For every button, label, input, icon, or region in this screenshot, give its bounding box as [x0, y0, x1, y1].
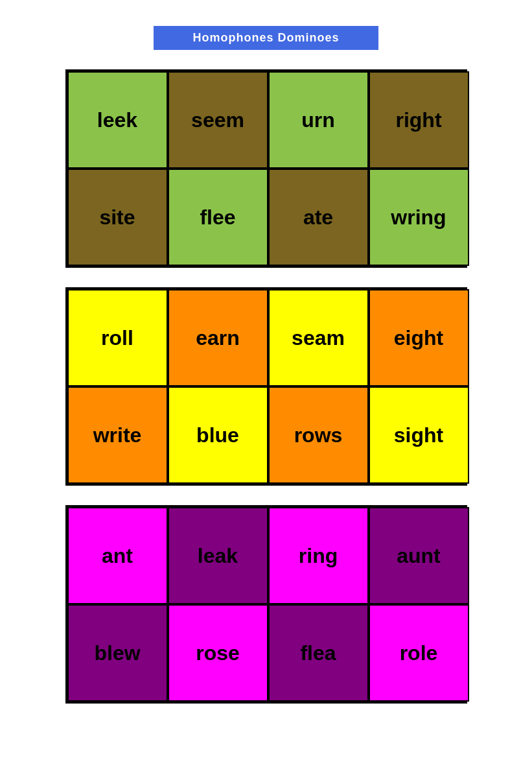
card-1: leek seem urn right site flee ate wring — [65, 69, 467, 268]
cell-3-5: blew — [67, 604, 168, 702]
cell-3-6: rose — [168, 604, 268, 702]
card-3: ant leak ring aunt blew rose flea role — [65, 505, 467, 704]
cell-1-1: leek — [67, 71, 168, 169]
cell-2-3: seam — [268, 289, 369, 386]
card-2: roll earn seam eight write blue rows sig… — [65, 287, 467, 486]
cell-3-8: role — [369, 604, 469, 702]
cell-2-6: blue — [168, 386, 268, 484]
cell-3-4: aunt — [369, 507, 469, 604]
cell-1-6: flee — [168, 169, 268, 266]
cell-1-3: urn — [268, 71, 369, 169]
page-title: Homophones Dominoes — [154, 26, 378, 50]
cell-2-2: earn — [168, 289, 268, 386]
cell-3-7: flea — [268, 604, 369, 702]
cell-2-7: rows — [268, 386, 369, 484]
cell-3-2: leak — [168, 507, 268, 604]
cell-2-4: eight — [369, 289, 469, 386]
cell-1-4: right — [369, 71, 469, 169]
cell-1-8: wring — [369, 169, 469, 266]
cell-3-3: ring — [268, 507, 369, 604]
cell-2-1: roll — [67, 289, 168, 386]
cell-3-1: ant — [67, 507, 168, 604]
cell-1-2: seem — [168, 71, 268, 169]
cell-2-5: write — [67, 386, 168, 484]
cell-1-7: ate — [268, 169, 369, 266]
cell-2-8: sight — [369, 386, 469, 484]
cell-1-5: site — [67, 169, 168, 266]
